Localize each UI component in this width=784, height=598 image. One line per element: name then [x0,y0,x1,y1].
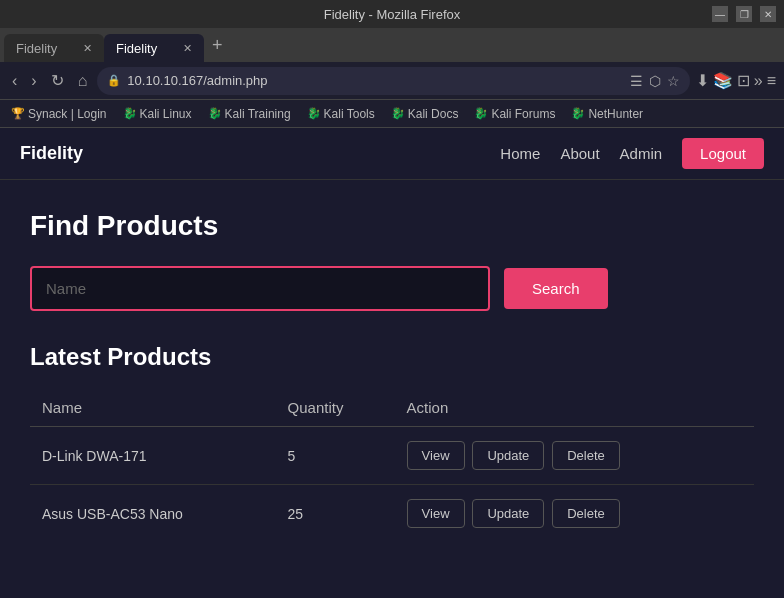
navbar-links: Home About Admin Logout [500,138,764,169]
nav-link-home[interactable]: Home [500,145,540,162]
bookmark-synack[interactable]: 🏆 Synack | Login [4,104,114,124]
col-header-quantity: Quantity [276,389,395,427]
products-table: Name Quantity Action D-Link DWA-171 5 Vi… [30,389,754,542]
restore-button[interactable]: ❐ [736,6,752,22]
product-name-2: Asus USB-AC53 Nano [30,485,276,543]
view-button-1[interactable]: View [407,441,465,470]
forward-button[interactable]: › [27,68,40,94]
nav-link-admin[interactable]: Admin [620,145,663,162]
bookmark-kali-tools-icon: 🐉 [307,107,321,120]
bookmark-kali-tools-label: Kali Tools [324,107,375,121]
product-actions-2: View Update Delete [395,485,754,543]
tab-1-label: Fidelity [16,41,57,56]
find-products-title: Find Products [30,210,754,242]
address-bar-container: 🔒 ☰ ⬡ ☆ [97,67,689,95]
refresh-button[interactable]: ↻ [47,67,68,94]
synced-tabs-icon[interactable]: ⊡ [737,71,750,90]
table-row: Asus USB-AC53 Nano 25 View Update Delete [30,485,754,543]
col-header-name: Name [30,389,276,427]
main-content: Find Products Search Latest Products Nam… [0,180,784,562]
update-button-1[interactable]: Update [472,441,544,470]
tab-2-label: Fidelity [116,41,157,56]
download-icon[interactable]: ⬇ [696,71,709,90]
bookmark-nethunter[interactable]: 🐉 NetHunter [564,104,650,124]
table-row: D-Link DWA-171 5 View Update Delete [30,427,754,485]
pocket-icon: ⬡ [649,73,661,89]
nav-link-about[interactable]: About [560,145,599,162]
bookmark-synack-icon: 🏆 [11,107,25,120]
new-tab-button[interactable]: + [204,35,231,56]
update-button-2[interactable]: Update [472,499,544,528]
search-section: Search [30,266,754,311]
security-icon: 🔒 [107,74,121,87]
browser-addressbar: ‹ › ↻ ⌂ 🔒 ☰ ⬡ ☆ ⬇ 📚 ⊡ » ≡ [0,62,784,100]
bookmark-kali-training-label: Kali Training [225,107,291,121]
minimize-button[interactable]: — [712,6,728,22]
table-header: Name Quantity Action [30,389,754,427]
product-qty-1: 5 [276,427,395,485]
bookmark-kali-docs-icon: 🐉 [391,107,405,120]
tab-2[interactable]: Fidelity ✕ [104,34,204,62]
home-button[interactable]: ⌂ [74,68,92,94]
titlebar-controls: — ❐ ✕ [712,6,776,22]
bookmark-kali-docs[interactable]: 🐉 Kali Docs [384,104,466,124]
bookmark-kali-forums-icon: 🐉 [474,107,488,120]
address-input[interactable] [127,73,623,88]
bookmark-star-icon[interactable]: ☆ [667,73,680,89]
search-button[interactable]: Search [504,268,608,309]
bookmark-kali-tools[interactable]: 🐉 Kali Tools [300,104,382,124]
bookmark-kali-linux-label: Kali Linux [140,107,192,121]
back-button[interactable]: ‹ [8,68,21,94]
address-icons: ☰ ⬡ ☆ [630,73,680,89]
table-header-row: Name Quantity Action [30,389,754,427]
bookmark-kali-docs-label: Kali Docs [408,107,459,121]
browser-tabs: Fidelity ✕ Fidelity ✕ + [0,28,784,62]
bookmark-nethunter-icon: 🐉 [571,107,585,120]
navbar-brand: Fidelity [20,143,500,164]
table-body: D-Link DWA-171 5 View Update Delete Asus… [30,427,754,543]
browser-titlebar: Fidelity - Mozilla Firefox — ❐ ✕ [0,0,784,28]
browser-title: Fidelity - Mozilla Firefox [324,7,461,22]
product-qty-2: 25 [276,485,395,543]
bookmark-kali-training[interactable]: 🐉 Kali Training [201,104,298,124]
view-button-2[interactable]: View [407,499,465,528]
tab-1-close[interactable]: ✕ [83,42,92,55]
tab-1[interactable]: Fidelity ✕ [4,34,104,62]
bookmark-synack-label: Synack | Login [28,107,107,121]
delete-button-2[interactable]: Delete [552,499,620,528]
bookmark-nethunter-label: NetHunter [588,107,643,121]
close-button[interactable]: ✕ [760,6,776,22]
bookmarks-bar: 🏆 Synack | Login 🐉 Kali Linux 🐉 Kali Tra… [0,100,784,128]
bookmark-kali-linux[interactable]: 🐉 Kali Linux [116,104,199,124]
menu-icon[interactable]: ≡ [767,72,776,90]
product-actions-1: View Update Delete [395,427,754,485]
product-name-1: D-Link DWA-171 [30,427,276,485]
bookmark-kali-forums[interactable]: 🐉 Kali Forums [467,104,562,124]
library-icon[interactable]: 📚 [713,71,733,90]
col-header-action: Action [395,389,754,427]
tab-2-close[interactable]: ✕ [183,42,192,55]
search-input[interactable] [30,266,490,311]
toolbar-icons: ⬇ 📚 ⊡ » ≡ [696,71,776,90]
app-container: Fidelity Home About Admin Logout Find Pr… [0,128,784,598]
latest-products-title: Latest Products [30,343,754,371]
logout-button[interactable]: Logout [682,138,764,169]
extensions-icon[interactable]: » [754,72,763,90]
bookmark-kali-training-icon: 🐉 [208,107,222,120]
bookmark-kali-forums-label: Kali Forums [491,107,555,121]
bookmark-kali-linux-icon: 🐉 [123,107,137,120]
navbar: Fidelity Home About Admin Logout [0,128,784,180]
delete-button-1[interactable]: Delete [552,441,620,470]
reader-icon: ☰ [630,73,643,89]
